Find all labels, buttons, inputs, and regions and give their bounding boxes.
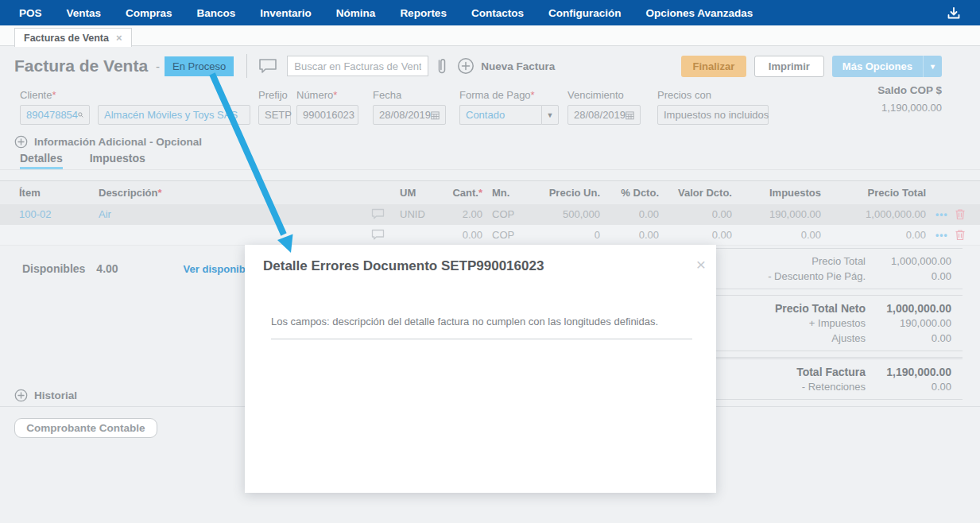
col-descripcion[interactable]: Descripción* (94, 181, 289, 204)
row-more-button[interactable]: ••• (935, 230, 948, 241)
field-forma-de-pago: Forma de Pago* Contado ▼ (459, 89, 559, 125)
items-header-row: Ítem Descripción* UM Cant.* Mn. Precio U… (0, 181, 980, 204)
nav-item-bancos[interactable]: Bancos (197, 7, 236, 19)
plus-circle-icon[interactable] (14, 389, 28, 402)
calendar-icon[interactable] (626, 110, 634, 120)
prefijo-input[interactable]: SETP (258, 105, 291, 125)
status-badge: En Proceso (165, 56, 234, 76)
additional-info-label: Información Adicional - Opcional (34, 136, 202, 148)
nav-item-inventario[interactable]: Inventario (260, 7, 312, 19)
forma-pago-select[interactable]: Contado (459, 105, 541, 125)
item-pct-dcto-cell[interactable]: 0.00 (605, 204, 664, 225)
col-impuestos[interactable]: Impuestos (737, 181, 826, 204)
item-valor-dcto-cell[interactable]: 0.00 (664, 225, 737, 246)
title-dash: - (156, 60, 160, 73)
numero-input[interactable]: 990016023 (296, 105, 358, 125)
fecha-input[interactable]: 28/08/2019 (373, 105, 446, 125)
saldo-panel: Saldo COP $ 1,190,000.00 (877, 84, 942, 114)
total-value: 0.00 (866, 270, 963, 282)
total-value: 0.00 (866, 332, 963, 344)
prefijo-label: Prefijo (258, 89, 291, 101)
nav-item-pos[interactable]: POS (19, 7, 42, 19)
nav-item-contactos[interactable]: Contactos (471, 7, 524, 19)
more-options-label[interactable]: Más Opciones (832, 60, 923, 72)
cliente-name-input[interactable]: Almacén Móviles y Toys SAS (98, 105, 250, 125)
item-precio-total-cell: 0.00 (826, 225, 931, 246)
calendar-icon[interactable] (431, 110, 440, 120)
tab-detalles[interactable]: Detalles (20, 152, 63, 169)
print-button[interactable]: Imprimir (754, 56, 824, 77)
paperclip-icon[interactable] (436, 56, 447, 76)
new-invoice-button[interactable]: Nueva Factura (481, 60, 555, 72)
header-divider (246, 54, 247, 78)
tab-close-icon[interactable]: × (116, 32, 122, 44)
col-um[interactable]: UM (395, 181, 438, 204)
plus-circle-icon[interactable] (14, 135, 28, 149)
item-mn-cell: COP (487, 204, 525, 225)
row-comment-icon[interactable] (366, 225, 395, 246)
item-row-2[interactable]: 0.00 COP 0 0.00 0.00 0.00 0.00 ••• (0, 225, 980, 246)
field-prefijo: Prefijo SETP (258, 89, 291, 125)
item-pct-dcto-cell[interactable]: 0.00 (605, 225, 664, 246)
field-fecha: Fecha 28/08/2019 (373, 89, 446, 125)
new-invoice-plus-icon[interactable] (457, 57, 475, 75)
nav-item-reportes[interactable]: Reportes (400, 7, 447, 19)
forma-pago-label: Forma de Pago (459, 89, 531, 101)
nav-item-configuracion[interactable]: Configuración (548, 7, 622, 19)
search-lookup-icon[interactable] (78, 110, 83, 120)
search-input[interactable] (287, 56, 428, 76)
tab-label: Facturas de Venta (24, 33, 109, 44)
col-mn[interactable]: Mn. (487, 181, 525, 204)
item-valor-dcto-cell[interactable]: 0.00 (664, 204, 737, 225)
col-precio-un[interactable]: Precio Un. (525, 181, 605, 204)
finalize-button[interactable]: Finalizar (681, 56, 746, 77)
item-desc-cell[interactable]: Air (94, 204, 289, 225)
historial-toggle[interactable]: Historial (14, 389, 77, 402)
required-marker: * (478, 187, 482, 199)
nav-item-compras[interactable]: Compras (126, 7, 172, 19)
availability-label: Disponibles (22, 262, 85, 275)
row-comment-icon[interactable] (366, 204, 395, 225)
nav-item-opciones-avanzadas[interactable]: Opciones Avanzadas (645, 7, 753, 19)
more-options-button[interactable]: Más Opciones ▾ (832, 56, 942, 77)
item-desc-cell[interactable] (94, 225, 289, 246)
vencimiento-input[interactable]: 28/08/2019 (567, 105, 641, 125)
required-marker: * (157, 187, 161, 199)
field-cliente: Cliente* 890478854 Almacén Móviles y Toy… (20, 89, 250, 125)
comprobante-contable-button[interactable]: Comprobante Contable (14, 418, 157, 438)
tab-facturas-de-venta[interactable]: Facturas de Venta × (14, 28, 132, 47)
additional-info-toggle[interactable]: Información Adicional - Opcional (14, 135, 202, 149)
cliente-code-input[interactable]: 890478854 (20, 105, 90, 125)
col-item[interactable]: Ítem (0, 181, 94, 204)
forma-pago-caret-icon[interactable]: ▼ (541, 105, 559, 125)
precios-con-input[interactable]: Impuestos no incluidos (657, 105, 769, 125)
tab-impuestos[interactable]: Impuestos (90, 152, 145, 169)
col-valor-dcto[interactable]: Valor Dcto. (664, 181, 737, 204)
item-precio-un-cell[interactable]: 0 (525, 225, 605, 246)
nav-item-ventas[interactable]: Ventas (67, 7, 102, 19)
close-icon[interactable]: × (696, 256, 706, 273)
item-precio-un-cell[interactable]: 500,000 (525, 204, 605, 225)
chevron-down-icon[interactable]: ▾ (924, 62, 942, 71)
item-cant-cell[interactable]: 2.00 (438, 204, 487, 225)
detail-tabs: Detalles Impuestos (0, 152, 980, 170)
item-code-cell[interactable] (0, 225, 94, 246)
col-pct-dcto[interactable]: % Dcto. (605, 181, 664, 204)
item-row-1[interactable]: 100-02 Air UNID 2.00 COP 500,000 0.00 0.… (0, 204, 980, 225)
item-mn-cell: COP (487, 225, 525, 246)
trash-icon[interactable] (955, 229, 966, 241)
comment-bubble-icon[interactable] (258, 57, 277, 75)
col-precio-total[interactable]: Precio Total (826, 181, 931, 204)
trash-icon[interactable] (955, 208, 966, 220)
row-more-button[interactable]: ••• (935, 209, 948, 220)
field-vencimiento: Vencimiento 28/08/2019 (567, 89, 641, 125)
item-cant-cell[interactable]: 0.00 (438, 225, 487, 246)
top-nav: POS Ventas Compras Bancos Inventario Nóm… (0, 0, 980, 25)
nav-item-nomina[interactable]: Nómina (336, 7, 376, 19)
item-code-cell[interactable]: 100-02 (0, 204, 94, 225)
required-marker: * (333, 89, 337, 101)
download-icon[interactable] (947, 6, 961, 20)
total-value: 1,000,000.00 (866, 255, 963, 267)
col-cant[interactable]: Cant.* (438, 181, 487, 204)
item-um-cell: UNID (395, 204, 438, 225)
